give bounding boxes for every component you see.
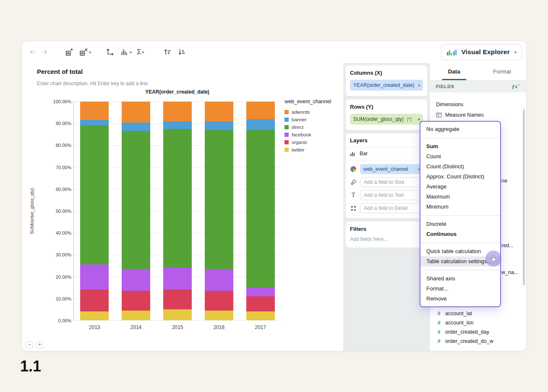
- legend-item-adwords[interactable]: adwords: [284, 110, 342, 115]
- bar-segment-banner[interactable]: [246, 119, 275, 130]
- menu-item-format[interactable]: Format...: [420, 284, 500, 294]
- chevron-down-icon[interactable]: ▾: [418, 83, 420, 88]
- bar-segment-direct[interactable]: [122, 131, 150, 269]
- menu-item-shared-axis[interactable]: Shared axis: [420, 274, 500, 284]
- tab-data[interactable]: Data: [430, 63, 478, 80]
- filters-title: Filters: [350, 226, 423, 232]
- menu-item-approx-count-distinct[interactable]: Approx. Count (Distinct): [420, 172, 500, 182]
- bar-segment-facebook[interactable]: [205, 269, 233, 291]
- sort-descending-button[interactable]: [177, 46, 186, 58]
- bar-segment-organic[interactable]: [122, 291, 150, 311]
- bar-segment-banner[interactable]: [80, 120, 109, 125]
- y-tick-label: 50.00%: [56, 209, 71, 214]
- text-field-dropzone[interactable]: Add a field to Text: [360, 190, 423, 200]
- field-label: order_created_do_w: [445, 338, 493, 344]
- menu-item-continuous[interactable]: Continuous: [420, 229, 500, 239]
- duplicate-chart-button[interactable]: [65, 46, 74, 58]
- y-tick-label: 100.00%: [53, 99, 71, 104]
- bar-segment-facebook[interactable]: [163, 268, 192, 290]
- columns-field-pill[interactable]: YEAR(order_created_date) ▾: [350, 80, 423, 91]
- back-button[interactable]: [29, 46, 37, 58]
- field-item-account-lon[interactable]: # account_lon: [430, 318, 526, 327]
- bar-segment-organic[interactable]: [246, 296, 275, 311]
- bar-segment-twitter[interactable]: [246, 311, 275, 320]
- fields-scrollbar[interactable]: [523, 109, 525, 285]
- bar-segment-twitter[interactable]: [205, 311, 233, 320]
- menu-item-discrete[interactable]: Discrete: [420, 219, 500, 229]
- stacked-bar[interactable]: [80, 102, 109, 320]
- menu-item-remove[interactable]: Remove: [420, 294, 500, 304]
- bar-segment-facebook[interactable]: [246, 287, 275, 296]
- bar-segment-direct[interactable]: [246, 130, 275, 287]
- menu-item-average[interactable]: Average: [420, 182, 500, 192]
- chart-title[interactable]: Percent of total: [37, 68, 83, 75]
- axes-tool-button[interactable]: [105, 46, 115, 58]
- detail-field-dropzone[interactable]: Add a field to Detail: [360, 203, 423, 213]
- menu-divider: [420, 243, 500, 243]
- bar-segment-organic[interactable]: [205, 291, 233, 311]
- remove-chart-button[interactable]: ▾: [79, 46, 91, 58]
- color-shelf-row: web_event_channel ▾: [350, 164, 423, 174]
- filters-dropzone[interactable]: Add fields here...: [350, 236, 423, 242]
- menu-item-minimum[interactable]: Minimum: [420, 202, 500, 212]
- bar-segment-banner[interactable]: [205, 121, 233, 130]
- bar-segment-direct[interactable]: [80, 125, 109, 264]
- bar-segment-adwords[interactable]: [163, 102, 192, 121]
- menu-item-maximum[interactable]: Maximum: [420, 192, 500, 202]
- bar-segment-organic[interactable]: [80, 290, 109, 311]
- menu-item-count[interactable]: Count: [420, 152, 500, 162]
- color-field-pill[interactable]: web_event_channel ▾: [360, 164, 423, 174]
- layer-row-bar[interactable]: Bar: [346, 147, 427, 160]
- chart-description[interactable]: Enter chart description. Hit Enter key t…: [37, 81, 148, 86]
- chart-type-button[interactable]: ▾: [120, 46, 132, 58]
- chevron-down-icon[interactable]: ▾: [418, 117, 420, 122]
- back-arrow-icon: [29, 48, 37, 56]
- bar-segment-adwords[interactable]: [122, 102, 150, 122]
- menu-item-sum[interactable]: Sum: [420, 141, 500, 152]
- bar-segment-twitter[interactable]: [122, 311, 150, 320]
- legend-item-organic[interactable]: organic: [284, 140, 342, 145]
- bar-segment-direct[interactable]: [163, 129, 192, 268]
- bar-segment-twitter[interactable]: [163, 309, 192, 320]
- bar-segment-adwords[interactable]: [246, 102, 275, 119]
- field-label: account_lat: [445, 311, 472, 316]
- rows-field-pill[interactable]: SUM(order_gloss_qty) [*] ▾: [350, 114, 423, 125]
- size-field-dropzone[interactable]: Add a field to Size: [360, 177, 423, 187]
- bar-segment-twitter[interactable]: [80, 311, 109, 320]
- legend-item-banner[interactable]: banner: [284, 117, 342, 122]
- stacked-bar[interactable]: [163, 102, 192, 320]
- tab-format[interactable]: Format: [478, 63, 527, 80]
- legend-swatch: [284, 118, 289, 122]
- field-item-measure-names[interactable]: Measure Names: [430, 111, 526, 119]
- field-item-account-lat[interactable]: # account_lat: [430, 309, 526, 318]
- stacked-bar[interactable]: [205, 102, 233, 320]
- y-tick-label: 40.00%: [56, 230, 71, 235]
- menu-item-count-distinct[interactable]: Count (Distinct): [420, 162, 500, 172]
- forward-button[interactable]: [40, 46, 49, 58]
- legend-swatch: [284, 148, 289, 152]
- sort-ascending-button[interactable]: [163, 46, 172, 58]
- add-calculation-button[interactable]: ƒx+: [512, 83, 520, 90]
- stacked-bar[interactable]: [122, 102, 150, 320]
- aggregate-button[interactable]: Σ ▾: [137, 46, 144, 58]
- bar-segment-banner[interactable]: [163, 121, 192, 129]
- menu-item-no-aggregate[interactable]: No aggregate: [420, 124, 500, 134]
- bar-segment-facebook[interactable]: [80, 264, 109, 290]
- bar-segment-direct[interactable]: [205, 130, 233, 269]
- bar-segment-adwords[interactable]: [205, 102, 233, 121]
- bar-segment-adwords[interactable]: [80, 102, 109, 120]
- legend-item-facebook[interactable]: facebook: [284, 132, 342, 137]
- legend-item-direct[interactable]: direct: [284, 125, 342, 130]
- explorer-switcher-button[interactable]: Visual Explorer ▾: [441, 44, 522, 60]
- zoom-in-button[interactable]: +: [36, 341, 43, 348]
- bar-segment-banner[interactable]: [122, 123, 150, 131]
- stacked-bar[interactable]: [246, 102, 275, 320]
- bar-segment-organic[interactable]: [163, 290, 192, 309]
- field-item-order-created-day[interactable]: # order_created_day: [430, 327, 526, 337]
- legend-item-twitter[interactable]: twitter: [284, 147, 342, 152]
- y-tick-label: 70.00%: [56, 165, 71, 170]
- bar-segment-facebook[interactable]: [122, 269, 150, 291]
- zoom-out-button[interactable]: −: [26, 341, 33, 348]
- field-item-order-created-do-w[interactable]: # order_created_do_w: [430, 337, 526, 346]
- layer-type-label: Bar: [360, 151, 368, 157]
